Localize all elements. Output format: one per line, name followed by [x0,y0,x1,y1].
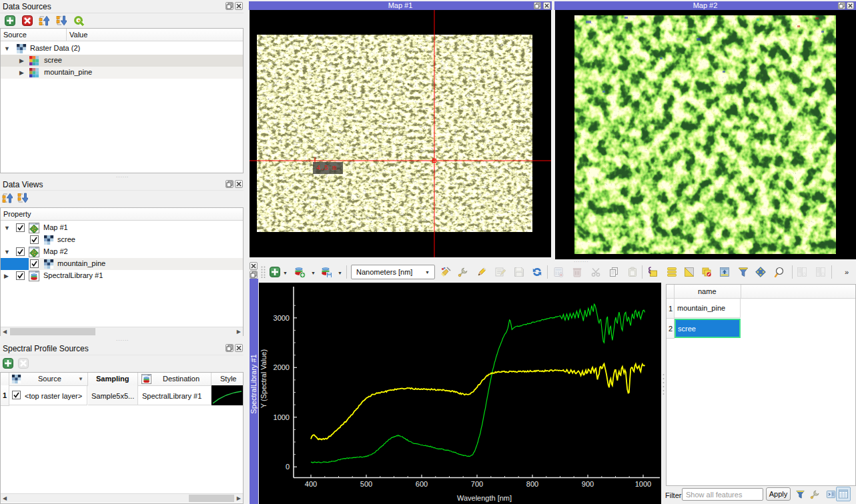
svg-text:800: 800 [526,480,538,488]
svg-text:1000: 1000 [274,413,290,421]
svg-text:600: 600 [416,480,428,488]
svg-text:900: 900 [582,480,594,488]
svg-text:2000: 2000 [274,363,290,371]
svg-text:Wavelength [nm]: Wavelength [nm] [457,494,512,502]
svg-text:3000: 3000 [274,314,290,322]
svg-text:1000: 1000 [635,480,651,488]
svg-text:0: 0 [286,463,290,471]
svg-text:400: 400 [305,480,317,488]
svg-text:4.5 m: 4.5 m [316,165,336,172]
svg-text:700: 700 [471,480,483,488]
svg-text:500: 500 [360,480,372,488]
svg-text:Y (Spectral Value): Y (Spectral Value) [260,349,268,408]
svg-text:SpectralLibrary #1: SpectralLibrary #1 [250,354,258,413]
